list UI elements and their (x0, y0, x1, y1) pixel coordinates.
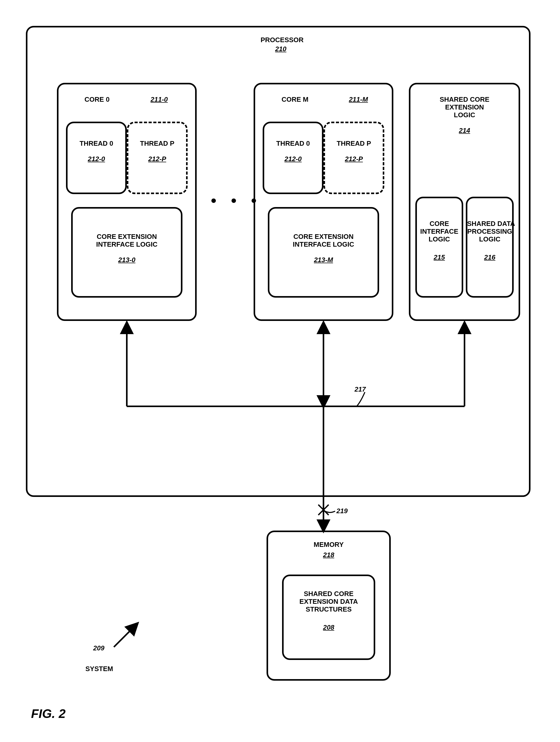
core0-ceil-box (71, 207, 182, 298)
coreM-threadP-title: THREAD P (326, 140, 382, 148)
shared-sdp-box (466, 197, 514, 298)
memory-inner-ref: 208 (285, 624, 373, 632)
shared-cil-ref: 215 (416, 254, 462, 261)
bus-219-label: 219 (336, 507, 347, 515)
core0-threadP-ref: 212-P (129, 155, 185, 163)
coreM-ceil-box (268, 207, 379, 298)
svg-line-6 (318, 505, 329, 515)
coreM-threadP-ref: 212-P (326, 155, 382, 163)
memory-inner-title: SHARED CORE EXTENSION DATA STRUCTURES (285, 590, 373, 614)
coreM-ref: 211-M (344, 96, 373, 104)
shared-sdp-title: SHARED DATA PROCESSING LOGIC (467, 220, 512, 243)
svg-line-5 (318, 505, 329, 515)
processor-title: PROCESSOR (254, 36, 311, 44)
figure-label: FIG. 2 (31, 706, 65, 721)
core0-ref: 211-0 (145, 96, 173, 104)
core0-thread0-title: THREAD 0 (69, 140, 124, 148)
core0-title: CORE 0 (78, 96, 116, 104)
coreM-thread0-title: THREAD 0 (265, 140, 321, 148)
shared-cil-box (415, 197, 463, 298)
coreM-ceil-title: CORE EXTENSION INTERFACE LOGIC (270, 233, 377, 249)
svg-line-7 (114, 624, 137, 647)
shared-title: SHARED CORE EXTENSION LOGIC (411, 96, 517, 119)
processor-ref: 210 (269, 45, 292, 53)
core0-ceil-title: CORE EXTENSION INTERFACE LOGIC (74, 233, 180, 249)
system-ref: 209 (93, 644, 104, 652)
coreM-title: CORE M (274, 96, 316, 104)
coreM-thread0-ref: 212-0 (265, 155, 321, 163)
memory-inner-box (282, 575, 375, 660)
core0-threadP-title: THREAD P (129, 140, 185, 148)
shared-ref: 214 (411, 127, 517, 135)
core0-thread0-ref: 212-0 (69, 155, 124, 163)
bus-217-label: 217 (354, 386, 366, 393)
coreM-ceil-ref: 213-M (270, 256, 377, 264)
shared-cil-title: CORE INTERFACE LOGIC (416, 220, 462, 243)
core0-ceil-ref: 213-0 (74, 256, 180, 264)
memory-title: MEMORY (269, 541, 388, 549)
memory-ref: 218 (269, 551, 388, 559)
shared-sdp-ref: 216 (467, 254, 512, 261)
system-label: SYSTEM (86, 665, 113, 673)
